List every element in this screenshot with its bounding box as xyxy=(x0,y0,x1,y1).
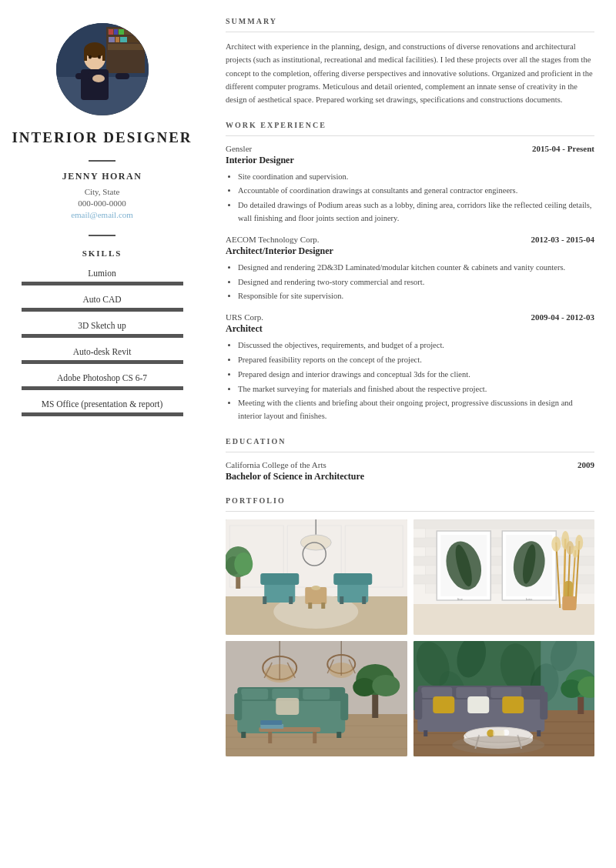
svg-rect-133 xyxy=(421,687,452,698)
skill-autocad-fill xyxy=(22,308,164,312)
main-content: Summary Architect with experience in the… xyxy=(204,0,616,868)
svg-text:love: love xyxy=(525,597,532,601)
skill-sketchup: 3D Sketch up xyxy=(12,321,192,338)
skills-heading: Skills xyxy=(82,249,122,258)
svg-text:live: live xyxy=(457,597,463,601)
svg-point-33 xyxy=(234,553,253,576)
job-aecom-dates: 2012-03 - 2015-04 xyxy=(531,235,595,244)
edu-degree: Bachelor of Science in Architecture xyxy=(226,471,594,482)
svg-rect-89 xyxy=(241,689,268,699)
skill-lumion-label: Lumion xyxy=(12,269,192,278)
work-divider xyxy=(226,135,594,136)
avatar-image xyxy=(56,23,149,115)
bullet-item: Designed and rendering 2D&3D Laminated/m… xyxy=(238,262,594,275)
svg-rect-36 xyxy=(263,596,266,604)
svg-rect-18 xyxy=(75,73,89,79)
skill-revit-bar xyxy=(22,360,183,364)
svg-rect-91 xyxy=(303,689,330,699)
svg-rect-115 xyxy=(313,732,316,743)
candidate-email: email@email.com xyxy=(71,210,133,219)
job-urs-company: URS Corp. xyxy=(226,312,263,322)
svg-point-14 xyxy=(84,42,105,58)
svg-point-22 xyxy=(98,55,101,59)
svg-point-73 xyxy=(551,536,561,552)
svg-rect-37 xyxy=(289,596,293,604)
skill-photoshop: Adobe Photoshop CS 6-7 xyxy=(12,373,192,390)
svg-rect-139 xyxy=(502,696,524,713)
skill-sketchup-bar xyxy=(22,334,183,338)
svg-rect-136 xyxy=(414,692,422,719)
skill-msoffice-fill xyxy=(22,412,148,416)
portfolio-heading: Portfolio xyxy=(226,496,594,505)
svg-rect-140 xyxy=(467,696,489,713)
job-urs-bullets: Discussed the objectives, requirements, … xyxy=(226,339,594,423)
skill-autocad-label: Auto CAD xyxy=(12,295,192,304)
job-aecom-company: AECOM Technology Corp. xyxy=(226,235,320,244)
skill-revit-label: Auto-desk Revit xyxy=(12,347,192,356)
edu-school: California College of the Arts xyxy=(226,460,326,469)
job-gensler-dates: 2015-04 - Present xyxy=(532,144,594,153)
svg-rect-41 xyxy=(362,596,366,604)
skill-revit: Auto-desk Revit xyxy=(12,347,192,364)
bullet-item: Do detailed drawings of Podium areas suc… xyxy=(238,199,594,225)
sidebar: Interior Designer Jenny Horan City, Stat… xyxy=(0,0,204,868)
svg-rect-134 xyxy=(456,687,487,698)
svg-rect-16 xyxy=(102,50,105,61)
svg-rect-50 xyxy=(413,519,595,529)
skill-photoshop-bar xyxy=(22,386,183,390)
svg-point-48 xyxy=(311,586,320,590)
svg-rect-6 xyxy=(108,44,143,50)
summary-text: Architect with experience in the plannin… xyxy=(226,40,594,107)
svg-rect-137 xyxy=(540,692,547,719)
svg-rect-92 xyxy=(234,693,242,720)
resume-container: Interior Designer Jenny Horan City, Stat… xyxy=(0,0,616,868)
svg-rect-142 xyxy=(537,730,541,736)
education-heading: Education xyxy=(226,437,594,446)
svg-rect-12 xyxy=(120,37,127,42)
avatar xyxy=(56,23,149,115)
skill-lumion-fill xyxy=(22,282,167,285)
svg-rect-15 xyxy=(84,50,87,61)
svg-rect-138 xyxy=(433,696,454,713)
skill-photoshop-fill xyxy=(22,386,154,390)
svg-point-21 xyxy=(89,55,92,59)
svg-rect-94 xyxy=(241,732,246,738)
skill-revit-fill xyxy=(22,360,151,364)
svg-rect-44 xyxy=(321,603,325,609)
svg-rect-135 xyxy=(490,687,521,698)
svg-point-112 xyxy=(372,675,400,696)
portfolio-image-1 xyxy=(226,519,407,635)
summary-divider xyxy=(226,32,594,32)
job-urs-dates: 2009-04 - 2012-03 xyxy=(531,312,595,322)
skill-photoshop-label: Adobe Photoshop CS 6-7 xyxy=(12,373,192,382)
bullet-item: Designed and rendering two-story commerc… xyxy=(238,276,594,289)
svg-rect-141 xyxy=(424,730,427,736)
bullet-item: Accountable of coordination drawings at … xyxy=(238,185,594,198)
portfolio-image-2: live love xyxy=(413,519,595,635)
job-gensler-bullets: Site coordination and supervision. Accou… xyxy=(226,171,594,225)
candidate-phone: 000-000-0000 xyxy=(78,199,126,208)
svg-rect-39 xyxy=(333,573,372,585)
svg-rect-11 xyxy=(116,37,119,42)
svg-rect-35 xyxy=(260,573,299,585)
skill-msoffice: MS Office (presentation & report) xyxy=(12,399,192,416)
job-gensler-role: Interior Designer xyxy=(226,155,594,166)
svg-point-20 xyxy=(92,75,105,82)
bullet-item: Site coordination and supervision. xyxy=(238,171,594,184)
skill-msoffice-label: MS Office (presentation & report) xyxy=(12,399,192,409)
svg-rect-96 xyxy=(276,698,299,715)
svg-rect-114 xyxy=(268,732,272,743)
job-aecom-bullets: Designed and rendering 2D&3D Laminated/m… xyxy=(226,262,594,303)
bullet-item: Responsible for site supervision. xyxy=(238,290,594,303)
skill-lumion-bar xyxy=(22,282,183,285)
edu-year: 2009 xyxy=(578,460,594,469)
svg-rect-7 xyxy=(109,29,113,35)
skill-lumion: Lumion xyxy=(12,269,192,285)
svg-rect-43 xyxy=(308,603,312,609)
svg-rect-150 xyxy=(493,730,504,736)
portfolio-image-4 xyxy=(413,641,595,756)
job-urs-role: Architect xyxy=(226,323,594,335)
job-aecom-role: Architect/Interior Designer xyxy=(226,245,594,257)
work-heading: Work Experience xyxy=(226,121,594,129)
svg-rect-95 xyxy=(336,732,341,738)
